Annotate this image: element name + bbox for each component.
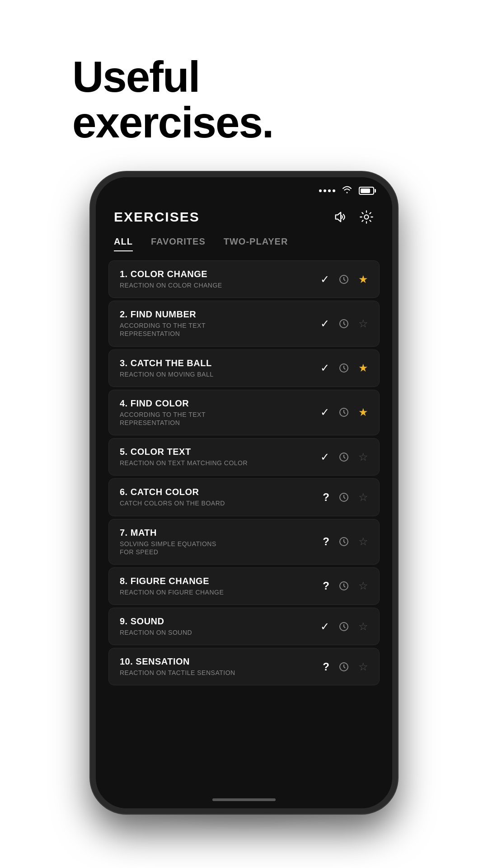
phone-frame: EXERCISES: [90, 172, 398, 814]
exercise-title-7: 7. MATH: [120, 528, 315, 538]
exercise-actions-6: ? ☆: [323, 491, 368, 504]
exercise-subtitle-1: REACTION ON COLOR CHANGE: [120, 281, 313, 289]
status-check-5: ✓: [320, 451, 329, 463]
exercise-subtitle-10: REACTION ON TACTILE SENSATION: [120, 669, 315, 677]
exercise-info-5: 5. COLOR TEXT REACTION ON TEXT MATCHING …: [120, 447, 313, 467]
exercise-subtitle-5: REACTION ON TEXT MATCHING COLOR: [120, 459, 313, 467]
history-icon-9[interactable]: [338, 621, 349, 632]
exercise-title-4: 4. FIND COLOR: [120, 398, 313, 409]
favorite-icon-5[interactable]: ☆: [358, 451, 368, 463]
tab-bar: ALL FAVORITES TWO-PLAYER: [96, 229, 392, 251]
tab-favorites[interactable]: FAVORITES: [151, 236, 206, 251]
favorite-icon-9[interactable]: ☆: [358, 620, 368, 633]
exercise-title-9: 9. SOUND: [120, 616, 313, 627]
exercise-actions-5: ✓ ☆: [320, 451, 368, 463]
hero-line2: exercises.: [72, 100, 273, 146]
history-icon-1[interactable]: [338, 274, 349, 285]
phone-screen: EXERCISES: [96, 177, 392, 808]
exercise-item-2[interactable]: 2. FIND NUMBER ACCORDING TO THE TEXTREPR…: [108, 301, 380, 346]
exercise-info-1: 1. COLOR CHANGE REACTION ON COLOR CHANGE: [120, 269, 313, 289]
hero-line1: Useful: [72, 54, 273, 100]
exercise-info-10: 10. SENSATION REACTION ON TACTILE SENSAT…: [120, 656, 315, 677]
exercise-item-7[interactable]: 7. MATH SOLVING SIMPLE EQUATIONSFOR SPEE…: [108, 519, 380, 565]
history-icon-7[interactable]: [338, 536, 349, 547]
wifi-icon: [342, 185, 352, 196]
exercise-info-8: 8. FIGURE CHANGE REACTION ON FIGURE CHAN…: [120, 576, 315, 596]
favorite-icon-3[interactable]: ★: [358, 362, 368, 374]
exercise-item-4[interactable]: 4. FIND COLOR ACCORDING TO THE TEXTREPRE…: [108, 390, 380, 435]
exercise-title-2: 2. FIND NUMBER: [120, 309, 313, 320]
exercise-title-3: 3. CATCH THE BALL: [120, 358, 313, 368]
history-icon-5[interactable]: [338, 452, 349, 462]
exercise-title-1: 1. COLOR CHANGE: [120, 269, 313, 279]
home-indicator: [212, 798, 276, 801]
exercise-subtitle-9: REACTION ON SOUND: [120, 628, 313, 637]
favorite-icon-2[interactable]: ☆: [358, 317, 368, 330]
status-question-6: ?: [323, 491, 329, 504]
tab-two-player[interactable]: TWO-PLAYER: [224, 236, 288, 251]
exercise-info-2: 2. FIND NUMBER ACCORDING TO THE TEXTREPR…: [120, 309, 313, 338]
status-question-10: ?: [323, 660, 329, 673]
status-bar: [96, 177, 392, 200]
hero-heading: Useful exercises.: [72, 54, 273, 146]
app-header: EXERCISES: [96, 200, 392, 229]
exercise-item-9[interactable]: 9. SOUND REACTION ON SOUND ✓ ☆: [108, 608, 380, 645]
exercise-subtitle-6: CATCH COLORS ON THE BOARD: [120, 499, 315, 507]
favorite-icon-7[interactable]: ☆: [358, 535, 368, 548]
favorite-icon-10[interactable]: ☆: [358, 660, 368, 673]
sound-button[interactable]: [333, 209, 348, 225]
history-icon-4[interactable]: [338, 407, 349, 418]
favorite-icon-6[interactable]: ☆: [358, 491, 368, 504]
exercise-actions-8: ? ☆: [323, 580, 368, 592]
exercise-title-8: 8. FIGURE CHANGE: [120, 576, 315, 586]
exercise-actions-1: ✓ ★: [320, 273, 368, 286]
status-check-9: ✓: [320, 620, 329, 633]
history-icon-10[interactable]: [338, 661, 349, 672]
favorite-icon-8[interactable]: ☆: [358, 580, 368, 592]
exercise-list: 1. COLOR CHANGE REACTION ON COLOR CHANGE…: [96, 251, 392, 795]
status-check-1: ✓: [320, 273, 329, 286]
exercise-item-10[interactable]: 10. SENSATION REACTION ON TACTILE SENSAT…: [108, 648, 380, 685]
exercise-subtitle-8: REACTION ON FIGURE CHANGE: [120, 588, 315, 596]
status-check-3: ✓: [320, 362, 329, 374]
phone-mockup: EXERCISES: [90, 172, 398, 814]
status-check-2: ✓: [320, 317, 329, 330]
history-icon-6[interactable]: [338, 492, 349, 503]
history-icon-3[interactable]: [338, 363, 349, 373]
header-icons: [333, 209, 374, 225]
status-question-8: ?: [323, 580, 329, 592]
battery-icon: [359, 187, 374, 195]
exercise-info-4: 4. FIND COLOR ACCORDING TO THE TEXTREPRE…: [120, 398, 313, 427]
favorite-icon-1[interactable]: ★: [358, 273, 368, 286]
status-check-4: ✓: [320, 406, 329, 419]
history-icon-8[interactable]: [338, 580, 349, 591]
exercise-item-3[interactable]: 3. CATCH THE BALL REACTION ON MOVING BAL…: [108, 349, 380, 387]
exercise-subtitle-3: REACTION ON MOVING BALL: [120, 370, 313, 378]
settings-button[interactable]: [359, 209, 374, 225]
exercise-actions-10: ? ☆: [323, 660, 368, 673]
status-question-7: ?: [323, 535, 329, 548]
exercise-subtitle-7: SOLVING SIMPLE EQUATIONSFOR SPEED: [120, 540, 315, 556]
exercise-item-1[interactable]: 1. COLOR CHANGE REACTION ON COLOR CHANGE…: [108, 260, 380, 298]
signal-indicator: [319, 189, 335, 192]
exercise-item-6[interactable]: 6. CATCH COLOR CATCH COLORS ON THE BOARD…: [108, 478, 380, 516]
exercise-info-9: 9. SOUND REACTION ON SOUND: [120, 616, 313, 637]
exercise-actions-4: ✓ ★: [320, 406, 368, 419]
history-icon-2[interactable]: [338, 318, 349, 329]
svg-point-0: [364, 215, 368, 219]
exercise-info-6: 6. CATCH COLOR CATCH COLORS ON THE BOARD: [120, 487, 315, 507]
exercise-title-6: 6. CATCH COLOR: [120, 487, 315, 497]
exercise-subtitle-4: ACCORDING TO THE TEXTREPRESENTATION: [120, 410, 313, 427]
app-title: EXERCISES: [114, 209, 200, 225]
exercise-subtitle-2: ACCORDING TO THE TEXTREPRESENTATION: [120, 321, 313, 338]
exercise-info-3: 3. CATCH THE BALL REACTION ON MOVING BAL…: [120, 358, 313, 378]
exercise-item-5[interactable]: 5. COLOR TEXT REACTION ON TEXT MATCHING …: [108, 438, 380, 476]
favorite-icon-4[interactable]: ★: [358, 406, 368, 419]
exercise-actions-3: ✓ ★: [320, 362, 368, 374]
exercise-info-7: 7. MATH SOLVING SIMPLE EQUATIONSFOR SPEE…: [120, 528, 315, 556]
tab-all[interactable]: ALL: [114, 236, 133, 251]
exercise-title-5: 5. COLOR TEXT: [120, 447, 313, 457]
exercise-actions-7: ? ☆: [323, 535, 368, 548]
exercise-item-8[interactable]: 8. FIGURE CHANGE REACTION ON FIGURE CHAN…: [108, 567, 380, 605]
exercise-actions-9: ✓ ☆: [320, 620, 368, 633]
